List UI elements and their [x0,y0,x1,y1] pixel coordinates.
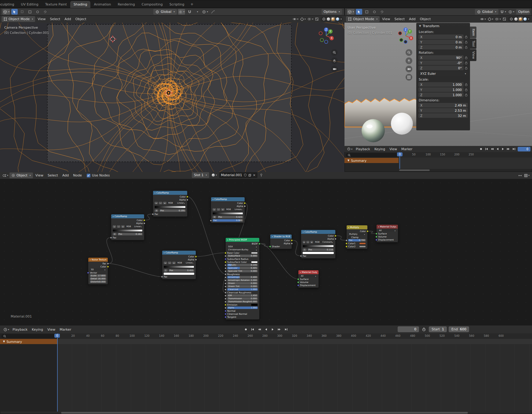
node-shader-to-rgb-s2rgb[interactable]: ▾Shader to RGBColorAlphaShader [270,234,292,249]
node-header[interactable]: ▾ColorRamp [211,197,245,201]
node-header[interactable]: ▾Noise Texture [88,258,108,262]
proportional-edit-toggle[interactable]: ▾ [202,9,209,15]
snap-settings-dropdown[interactable]: ▾ [194,9,200,15]
node-slider[interactable]: Fac0.900 [213,219,243,222]
vpr-xray-toggle[interactable] [502,16,507,22]
current-frame-field[interactable]: 0 [398,326,419,332]
interpolation-dropdown[interactable]: Constant▾ [322,241,334,243]
viewport-3d-left[interactable]: Object Mode▾ ViewSelectAddObject ▾ ▾ ▾ ▾… [0,16,344,172]
input-socket[interactable] [224,258,227,260]
node-slider[interactable]: Fac0.700 [348,239,366,241]
vpl-shading-dropdown[interactable]: ▾ [341,18,342,20]
color-swatch[interactable] [251,252,258,254]
output-socket[interactable] [244,202,246,204]
color-mode-dropdown[interactable]: RGB [225,208,233,211]
vpr-shading-solid[interactable] [514,17,518,21]
timeline-right-tracks[interactable] [399,158,532,169]
pin-button[interactable] [259,172,264,178]
menu-vpr-add[interactable]: Add [407,16,417,22]
vpr-gizmos-dropdown[interactable]: ▾ [487,16,494,22]
input-socket[interactable] [224,295,227,297]
color-swatch[interactable] [251,304,258,306]
remove-stop-button[interactable]: − [159,202,162,204]
output-socket[interactable] [366,230,369,232]
node-dropdown[interactable]: Christensen-Burley▾ [227,249,258,251]
stop-index-field[interactable]: 0 [155,209,159,212]
input-socket[interactable] [224,301,227,303]
mode-dropdown-right[interactable]: Object Mode▾ [346,16,380,22]
transport-record-button[interactable] [478,147,483,151]
use-preview-range-toggle[interactable] [421,327,427,332]
menu-vpr-view[interactable]: View [380,16,392,22]
node-slider[interactable]: Subsurface0.000 [227,255,258,257]
node-colorramp-cr4[interactable]: ▾ColorRampColorAlpha+−▾RGBLinear▾1Pos0.4… [162,250,196,279]
input-socket[interactable] [224,270,227,272]
output-socket[interactable] [143,219,145,221]
color-ramp-gradient[interactable] [213,212,243,215]
input-socket[interactable] [224,252,227,254]
input-socket[interactable] [224,289,227,291]
stop-index-field[interactable]: 1 [164,269,168,272]
node-slider[interactable]: Specular Tint0.000 [227,270,258,272]
playhead-badge[interactable]: 0 [54,334,60,338]
output-socket[interactable] [291,239,293,241]
input-socket[interactable] [224,279,227,281]
vpr-visibility-dropdown[interactable]: ▾ [479,16,487,22]
menu-vpr-object[interactable]: Object [418,16,433,22]
node-slider[interactable]: Transmission Roughness0.000 [227,300,258,303]
material-name-field[interactable]: Material.001 × [219,172,257,178]
falloff-dropdown[interactable] [210,9,216,15]
menu-shader-view[interactable]: View [33,173,46,178]
node-snapping-button[interactable] [517,173,523,178]
stop-color-field[interactable] [164,273,194,275]
stop-position-field[interactable]: Pos0.164 [118,233,143,235]
node-multiply-mult[interactable]: ▾MultiplyColorMultiply▾ClampFac0.700Colo… [346,225,368,249]
menu-vpl-select[interactable]: Select [48,16,62,22]
transport-key-prev-button[interactable] [489,147,494,151]
remove-stop-button[interactable]: − [168,262,171,264]
timeline-bottom-tracks[interactable] [57,339,532,412]
input-socket[interactable] [161,276,163,278]
ramp-options-button[interactable]: ▾ [163,202,166,204]
vpr-shading-wireframe[interactable] [509,17,514,21]
node-material-output-out2[interactable]: ▾Material OutputAll▾SurfaceVolumeDisplac… [298,270,319,288]
output-socket[interactable] [186,196,188,198]
lock-toggle[interactable] [465,93,468,96]
node-slider[interactable]: IOR1.450 [227,294,258,297]
color-swatch[interactable] [359,242,366,245]
color-mode-dropdown[interactable]: RGB [167,202,175,204]
playhead-badge[interactable]: 0 [397,152,403,156]
input-socket[interactable] [224,298,227,300]
transform-dimensions-y-field[interactable]: Y2.53 m [418,108,468,113]
stop-position-field[interactable]: Pos0.195 [159,209,186,212]
select-mode-box-right[interactable] [363,9,370,15]
sidebar-tab-item[interactable]: Item [470,27,476,38]
output-socket[interactable] [107,266,109,268]
vpr-shading-rendered[interactable] [523,17,527,21]
workspace-tab-texture-paint[interactable]: Texture Paint [42,1,70,8]
lock-toggle[interactable] [465,83,468,86]
stop-position-field[interactable]: Pos0.455 [169,269,194,272]
node-header[interactable]: ▾Shader to RGB [270,234,292,238]
output-socket[interactable] [244,205,246,207]
transport-key-next-button[interactable] [506,147,511,151]
vpl-shading-rendered[interactable] [335,17,340,21]
menu-tlb-marker[interactable]: Marker [57,327,73,332]
transform-location-z-field[interactable]: Z0 m [418,45,464,49]
proportional-edit-toggle-right[interactable]: ▾ [508,9,515,15]
node-colorramp-cr1[interactable]: ▾ColorRampColorAlpha+−▾RGBLinear▾0Pos0.1… [153,191,188,217]
color-swatch[interactable] [251,261,258,263]
snap-toggle[interactable] [186,9,193,15]
output-socket[interactable] [334,235,337,237]
transport-jump-end-button[interactable] [283,327,289,332]
output-socket[interactable] [258,243,261,245]
input-socket[interactable] [152,213,154,215]
workspace-tab-compositing[interactable]: Compositing [138,1,166,8]
add-stop-button[interactable]: + [213,208,216,211]
interpolation-dropdown[interactable]: Linear▾ [234,208,243,211]
channel-search-input[interactable] [1,334,56,338]
node-header[interactable]: ▾ColorRamp [301,230,335,234]
menu-shader-node[interactable]: Node [71,173,84,178]
transform-location-x-field[interactable]: X0 m [418,34,464,39]
transform-scale-x-field[interactable]: X1.000 [418,82,464,87]
